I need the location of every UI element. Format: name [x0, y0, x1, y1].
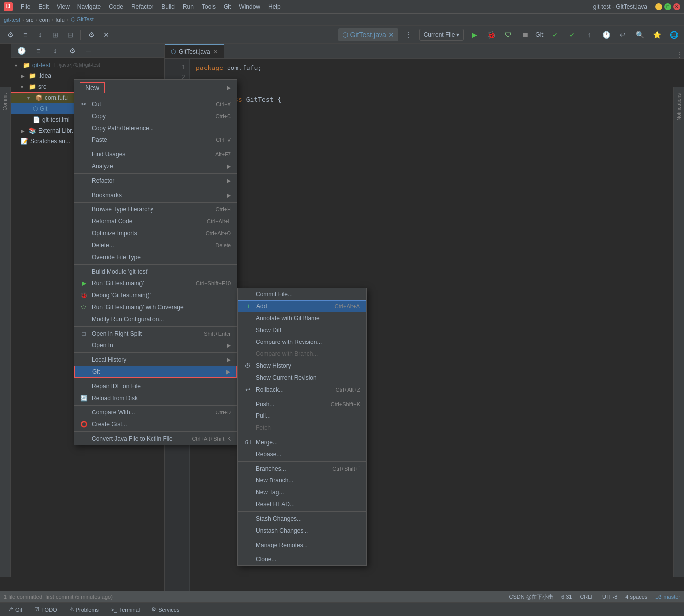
toolbar-git-history[interactable]: 🕐	[600, 28, 612, 41]
toolbar-collapse[interactable]: ⊟	[64, 28, 76, 41]
toolbar-notifications[interactable]: ⭐	[650, 28, 663, 41]
menu-help[interactable]: Help	[264, 2, 285, 11]
bottom-tab-services[interactable]: ⚙ Services	[149, 605, 182, 614]
breadcrumb-git-test[interactable]: git-test	[4, 17, 20, 23]
cm-build-module[interactable]: Build Module 'git-test'	[74, 266, 237, 277]
toolbar-update[interactable]: 🌐	[667, 28, 680, 41]
cm-run-coverage[interactable]: 🛡 Run 'GitTest.main()' with Coverage	[74, 301, 237, 313]
toolbar-sort[interactable]: ↕	[34, 28, 47, 41]
cm-modify-run[interactable]: Modify Run Configuration...	[74, 313, 237, 325]
cm-find-usages[interactable]: Find Usages Alt+F7	[74, 148, 237, 160]
git-rollback[interactable]: ↩ Rollback... Ctrl+Alt+Z	[238, 384, 366, 396]
cm-reformat[interactable]: Reformat Code Ctrl+Alt+L	[74, 215, 237, 227]
toolbar-git-check2[interactable]: ✓	[566, 28, 579, 41]
cm-compare-with[interactable]: Compare With... Ctrl+D	[74, 407, 237, 418]
breadcrumb-com[interactable]: com	[39, 17, 50, 23]
panel-settings-btn[interactable]: ⚙	[66, 44, 78, 57]
git-push[interactable]: Push... Ctrl+Shift+K	[238, 398, 366, 410]
panel-icon-structure[interactable]: ≡	[32, 44, 45, 57]
toolbar-git-check1[interactable]: ✓	[549, 28, 562, 41]
menu-window[interactable]: Window	[235, 2, 264, 11]
tab-git-test[interactable]: ⬡ GitTest.java ✕	[338, 28, 398, 41]
status-crlf[interactable]: CRLF	[580, 594, 594, 600]
git-annotate[interactable]: Annotate with Git Blame	[238, 312, 366, 324]
cm-convert-kotlin[interactable]: Convert Java File to Kotlin File Ctrl+Al…	[74, 433, 237, 445]
cm-optimize[interactable]: Optimize Imports Ctrl+Alt+O	[74, 227, 237, 239]
cm-copy[interactable]: Copy Ctrl+C	[74, 110, 237, 122]
panel-icon-recent[interactable]: 🕐	[15, 44, 28, 57]
menu-run[interactable]: Run	[179, 2, 198, 11]
git-show-history[interactable]: ⏱ Show History	[238, 360, 366, 372]
git-new-branch[interactable]: New Branch...	[238, 475, 366, 486]
menu-git[interactable]: Git	[220, 2, 235, 11]
toolbar-search[interactable]: 🔍	[633, 28, 646, 41]
tab-menu-btn[interactable]: ⋮	[674, 51, 684, 58]
cm-git[interactable]: Git ▶	[74, 366, 237, 378]
cm-open-right-split[interactable]: □ Open in Right Split Shift+Enter	[74, 328, 237, 340]
menu-build[interactable]: Build	[157, 2, 179, 11]
git-add[interactable]: + Add Ctrl+Alt+A	[238, 300, 366, 312]
git-merge[interactable]: ⛙ Merge...	[238, 436, 366, 448]
menu-file[interactable]: File	[17, 2, 34, 11]
cm-analyze[interactable]: Analyze ▶	[74, 160, 237, 172]
commit-label[interactable]: Commit	[2, 93, 8, 110]
cm-debug[interactable]: 🐞 Debug 'GitTest.main()'	[74, 289, 237, 301]
menu-navigate[interactable]: Navigate	[74, 2, 105, 11]
git-new-tag[interactable]: New Tag...	[238, 486, 366, 498]
git-manage-remotes[interactable]: Manage Remotes...	[238, 539, 366, 551]
toolbar-structure[interactable]: ≡	[19, 28, 32, 41]
git-branches[interactable]: Branches... Ctrl+Shift+`	[238, 463, 366, 475]
bottom-tab-git[interactable]: ⎇ Git	[4, 605, 25, 614]
cm-paste[interactable]: Paste Ctrl+V	[74, 134, 237, 146]
toolbar-more[interactable]: ⋮	[402, 28, 415, 41]
menu-edit[interactable]: Edit	[34, 2, 53, 11]
toolbar-run[interactable]: ▶	[468, 28, 481, 41]
toolbar-git-push[interactable]: ↑	[583, 28, 596, 41]
git-reset-head[interactable]: Reset HEAD...	[238, 498, 366, 510]
breadcrumb-gittest[interactable]: ⬡ GitTest	[71, 16, 94, 23]
git-show-current-revision[interactable]: Show Current Revision	[238, 372, 366, 384]
cm-delete[interactable]: Delete... Delete	[74, 239, 237, 251]
menu-tools[interactable]: Tools	[198, 2, 220, 11]
panel-close-btn[interactable]: ─	[82, 44, 95, 57]
panel-icon-sort[interactable]: ↕	[49, 44, 62, 57]
maximize-button[interactable]: □	[664, 3, 671, 10]
toolbar-coverage[interactable]: 🛡	[502, 28, 515, 41]
cm-open-in[interactable]: Open In ▶	[74, 340, 237, 351]
git-unstash[interactable]: Unstash Changes...	[238, 525, 366, 537]
status-position[interactable]: 6:31	[561, 594, 572, 600]
cm-copy-path[interactable]: Copy Path/Reference...	[74, 122, 237, 134]
git-pull[interactable]: Pull...	[238, 410, 366, 422]
git-commit-file[interactable]: Commit File...	[238, 288, 366, 300]
editor-tab-gittest[interactable]: ⬡ GitTest.java ✕	[165, 44, 224, 58]
bottom-tab-problems[interactable]: ⚠ Problems	[66, 605, 102, 614]
bottom-tab-todo[interactable]: ☑ TODO	[31, 605, 60, 614]
toolbar-expand[interactable]: ⊞	[49, 28, 62, 41]
git-stash[interactable]: Stash Changes...	[238, 513, 366, 525]
close-button[interactable]: ✕	[673, 3, 680, 10]
menu-refactor[interactable]: Refactor	[127, 2, 157, 11]
menu-code[interactable]: Code	[105, 2, 127, 11]
breadcrumb-src[interactable]: src	[26, 17, 34, 23]
minimize-button[interactable]: ─	[655, 3, 662, 10]
git-clone[interactable]: Clone...	[238, 553, 366, 565]
git-compare-revision[interactable]: Compare with Revision...	[238, 336, 366, 348]
git-rebase[interactable]: Rebase...	[238, 448, 366, 460]
cm-repair-ide[interactable]: Repair IDE on File	[74, 380, 237, 392]
cm-create-gist[interactable]: ⭕ Create Gist...	[74, 418, 237, 430]
git-show-diff[interactable]: Show Diff	[238, 324, 366, 336]
status-charset[interactable]: UTF-8	[602, 594, 617, 600]
cm-reload-disk[interactable]: 🔄 Reload from Disk	[74, 392, 237, 404]
cm-local-history[interactable]: Local History ▶	[74, 354, 237, 366]
status-branch[interactable]: ⎇ master	[655, 594, 680, 600]
cm-override-type[interactable]: Override File Type	[74, 251, 237, 263]
toolbar-project-gear[interactable]: ⚙	[85, 28, 98, 41]
toolbar-close-panel[interactable]: ✕	[100, 28, 113, 41]
current-file-dropdown[interactable]: Current File ▾	[419, 29, 464, 41]
status-indent[interactable]: 4 spaces	[625, 594, 647, 600]
tree-root[interactable]: ▾ 📁 git-test F:\java小项目\git-test	[11, 60, 164, 70]
cm-cut[interactable]: ✂ Cut Ctrl+X	[74, 98, 237, 110]
cm-run[interactable]: ▶ Run 'GitTest.main()' Ctrl+Shift+F10	[74, 277, 237, 289]
breadcrumb-fufu[interactable]: fufu	[55, 17, 64, 23]
bottom-tab-terminal[interactable]: >_ Terminal	[108, 606, 143, 614]
